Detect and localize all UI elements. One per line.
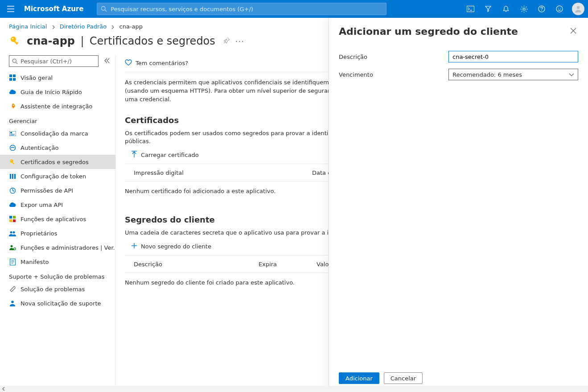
global-search-input[interactable]: Pesquisar recursos, serviços e documento…	[97, 3, 387, 15]
owners-icon	[9, 230, 16, 237]
sidebar-item-integration-assistant[interactable]: Assistente de integração	[0, 99, 115, 113]
svg-rect-48	[13, 216, 16, 219]
topbar-actions	[461, 0, 568, 18]
svg-point-59	[11, 301, 14, 303]
sidebar-item-label: Assistente de integração	[21, 103, 92, 110]
sidebar-item-label: Guia de Início Rápido	[21, 89, 82, 95]
notifications-bell-icon[interactable]	[497, 0, 515, 18]
settings-gear-icon[interactable]	[515, 0, 533, 18]
key-icon	[9, 158, 16, 165]
sidebar-item-api-permissions[interactable]: Permissões de API	[0, 183, 115, 198]
topbar: Microsoft Azure Pesquisar recursos, serv…	[0, 0, 588, 18]
cancel-button[interactable]: Cancelar	[384, 372, 423, 384]
new-client-secret-label: Novo segredo do cliente	[141, 243, 211, 250]
sidebar-collapse-icon[interactable]	[102, 58, 112, 65]
manifest-icon	[9, 258, 16, 265]
sidebar-search-input[interactable]: Pesquisar (Ctrl+/)	[9, 55, 99, 67]
api-perm-icon	[9, 187, 16, 194]
search-icon	[12, 58, 18, 64]
svg-point-21	[558, 8, 559, 9]
svg-point-41	[11, 160, 12, 161]
sidebar-item-certificates-secrets[interactable]: Certificados e segredos	[0, 155, 115, 169]
sidebar-item-overview[interactable]: Visão geral	[0, 70, 115, 85]
col-thumbprint: Impressão digital	[125, 169, 303, 176]
panel-title: Adicionar um segredo do cliente	[339, 26, 518, 37]
description-input[interactable]	[448, 51, 578, 62]
directory-filter-icon[interactable]	[479, 0, 497, 18]
svg-rect-32	[9, 78, 12, 81]
sidebar-item-owners[interactable]: Proprietários	[0, 226, 115, 240]
upload-icon	[131, 151, 137, 159]
sidebar-item-label: Permissões de API	[21, 187, 73, 194]
title-section: Certificados e segredos	[90, 35, 215, 47]
more-menu-icon[interactable]: ···	[235, 37, 244, 46]
breadcrumb-current: cna-app	[119, 23, 143, 30]
sidebar-item-new-support-request[interactable]: Nova solicitação de suporte	[0, 296, 115, 310]
cloud-shell-icon[interactable]	[461, 0, 479, 18]
help-icon[interactable]	[533, 0, 551, 18]
svg-point-54	[13, 248, 16, 250]
svg-point-9	[523, 8, 525, 10]
svg-rect-45	[14, 174, 16, 179]
sidebar-item-label: Manifesto	[21, 259, 49, 265]
sidebar-item-quickstart[interactable]: Guia de Início Rápido	[0, 85, 115, 99]
support-person-icon	[9, 300, 16, 307]
app-roles-icon	[9, 215, 16, 223]
sidebar-item-app-roles[interactable]: Funções de aplicativos	[0, 212, 115, 226]
sidebar-item-authentication[interactable]: Autenticação	[0, 140, 115, 155]
svg-line-16	[521, 11, 522, 12]
sidebar-item-label: Autenticação	[21, 144, 58, 151]
key-icon	[9, 35, 21, 47]
search-icon	[101, 6, 107, 12]
plus-icon	[131, 243, 137, 250]
feedback-face-icon[interactable]	[551, 0, 568, 18]
svg-rect-50	[13, 219, 16, 222]
svg-line-29	[16, 62, 18, 64]
svg-line-15	[526, 11, 526, 12]
svg-point-25	[12, 38, 14, 40]
hamburger-menu-icon[interactable]	[0, 0, 21, 18]
svg-point-51	[10, 231, 12, 233]
expiration-label: Vencimento	[339, 71, 448, 78]
sidebar: Pesquisar (Ctrl+/) Visão geral Guia de I…	[0, 54, 116, 392]
svg-point-52	[13, 231, 15, 233]
sidebar-item-token-config[interactable]: Configuração de token	[0, 169, 115, 183]
svg-point-19	[541, 10, 542, 11]
sidebar-item-label: Visão geral	[21, 74, 53, 81]
account-avatar[interactable]	[568, 3, 588, 15]
overview-icon	[9, 74, 16, 81]
brand-title[interactable]: Microsoft Azure	[21, 5, 88, 13]
auth-icon	[9, 144, 16, 151]
breadcrumb-directory[interactable]: Diretório Padrão	[60, 23, 107, 30]
svg-rect-36	[10, 132, 12, 133]
svg-point-24	[11, 37, 16, 42]
sidebar-item-troubleshoot[interactable]: Solução de problemas	[0, 282, 115, 296]
sidebar-item-label: Configuração de token	[21, 173, 86, 180]
add-button[interactable]: Adicionar	[339, 372, 379, 384]
svg-rect-33	[13, 78, 16, 81]
sidebar-item-branding[interactable]: Consolidação da marca	[0, 126, 115, 140]
sidebar-item-expose-api[interactable]: Expor uma API	[0, 198, 115, 212]
svg-rect-49	[9, 219, 12, 222]
expose-api-icon	[9, 201, 16, 208]
sidebar-item-roles-admins[interactable]: Funções e administradores | Ver...	[0, 240, 115, 255]
sidebar-item-label: Funções e administradores | Ver...	[21, 244, 115, 251]
svg-marker-7	[485, 6, 491, 12]
horizontal-scrollbar[interactable]	[0, 386, 588, 392]
scroll-left-icon[interactable]	[0, 386, 7, 392]
cloud-icon	[9, 88, 16, 95]
sidebar-item-label: Solução de problemas	[21, 286, 85, 293]
chevron-down-icon	[569, 71, 574, 78]
sidebar-item-manifest[interactable]: Manifesto	[0, 255, 115, 269]
pin-icon[interactable]	[223, 37, 230, 45]
close-panel-icon[interactable]	[568, 26, 578, 37]
upload-certificate-label: Carregar certificado	[141, 152, 199, 158]
roles-admin-icon	[9, 244, 16, 251]
svg-rect-5	[467, 6, 474, 12]
expiration-dropdown[interactable]: Recomendado: 6 meses	[448, 69, 578, 80]
global-search-placeholder: Pesquisar recursos, serviços e documento…	[111, 6, 253, 12]
svg-rect-42	[12, 162, 14, 165]
svg-point-23	[577, 6, 580, 9]
description-label: Descrição	[339, 54, 448, 60]
breadcrumb-home[interactable]: Página Inicial	[9, 23, 47, 30]
